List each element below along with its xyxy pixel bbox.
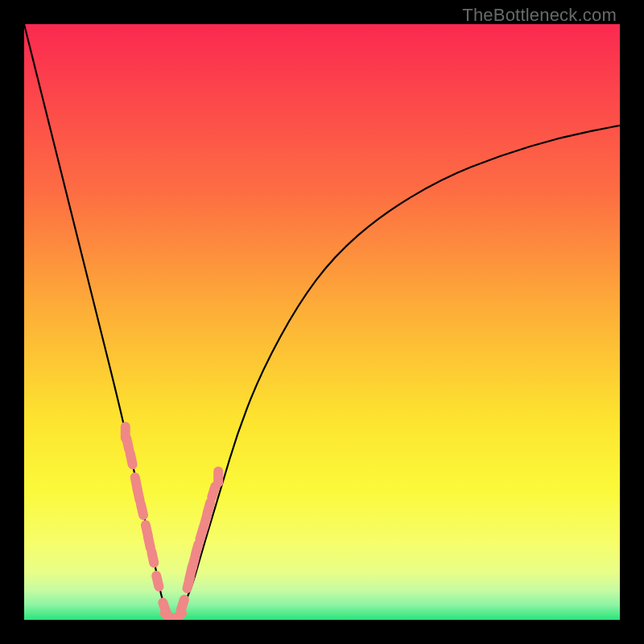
plot-area bbox=[24, 24, 620, 620]
highlight-markers bbox=[121, 422, 223, 620]
chart-svg bbox=[24, 24, 620, 620]
curve-path bbox=[24, 24, 620, 618]
marker-point bbox=[175, 593, 190, 616]
chart-frame: TheBottleneck.com bbox=[0, 0, 644, 644]
watermark-text: TheBottleneck.com bbox=[462, 5, 617, 26]
marker-point bbox=[213, 466, 223, 487]
marker-point bbox=[151, 570, 165, 592]
bottleneck-curve bbox=[24, 24, 620, 618]
marker-point bbox=[125, 448, 138, 470]
marker-point bbox=[135, 498, 150, 521]
marker-point bbox=[146, 546, 159, 568]
